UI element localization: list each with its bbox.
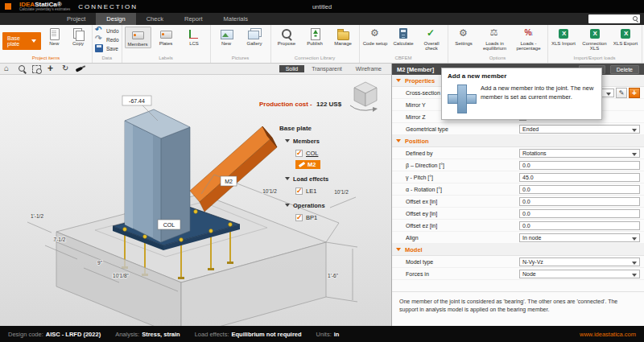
- beta-direction-input[interactable]: 0.0: [519, 161, 640, 170]
- edit-cross-section-button[interactable]: [616, 88, 627, 98]
- collapse-icon: [396, 79, 401, 82]
- save-button[interactable]: Save: [95, 44, 118, 53]
- propose-button[interactable]: Propose: [274, 27, 300, 47]
- manage-folder-icon: [336, 27, 349, 40]
- gamma-pitch-input[interactable]: 45.0: [519, 173, 640, 182]
- orbit-rotate-icon[interactable]: [61, 64, 71, 74]
- button-label: Redo: [106, 37, 119, 43]
- logo-tagline: Calculate yesterday's estimates: [19, 8, 70, 12]
- view-mode-transparent[interactable]: Transparent: [305, 65, 348, 72]
- xls-export-icon: [619, 27, 632, 40]
- gallery-icon: [248, 27, 261, 40]
- xls-import-button[interactable]: XLS Import: [551, 27, 577, 47]
- tab-project[interactable]: Project: [56, 13, 96, 25]
- manage-button[interactable]: Manage: [330, 27, 357, 47]
- forces-in-dropdown[interactable]: Node: [519, 270, 640, 278]
- col-checkbox[interactable]: [295, 150, 303, 157]
- view-mode-wireframe[interactable]: Wireframe: [349, 65, 388, 72]
- tree-root-base-plate[interactable]: Base plate: [279, 125, 389, 132]
- button-label: Connection XLS: [579, 41, 611, 52]
- redo-icon: [95, 35, 104, 44]
- row-offset-ez: Offset ez [in] 0.0: [392, 220, 644, 232]
- overall-check-button[interactable]: Overall check: [419, 27, 445, 52]
- dropdown-value: Rotations: [522, 150, 547, 156]
- group-label-options: Options: [451, 55, 545, 62]
- delete-member-button[interactable]: Delete: [610, 65, 639, 74]
- calculate-button[interactable]: Calculate: [390, 27, 417, 47]
- production-cost-label: Production cost -: [259, 101, 312, 108]
- dim-label-top: -67.44: [129, 98, 145, 104]
- app-window: IDEAStatiCa® Calculate yesterday's estim…: [0, 0, 644, 342]
- member-m2[interactable]: [190, 126, 277, 212]
- status-load-effects[interactable]: Load effects:Equilibrium not required: [195, 331, 302, 338]
- paintbrush-icon[interactable]: [76, 64, 85, 74]
- column-label: COL: [163, 222, 175, 228]
- copy-project-item-button[interactable]: Copy: [67, 27, 89, 47]
- tree-section-members[interactable]: Members: [279, 136, 389, 146]
- offset-ez-input[interactable]: 0.0: [519, 221, 640, 230]
- tree-item-m2-selected[interactable]: M2: [279, 159, 389, 170]
- status-design-code[interactable]: Design code:AISC - LRFD (2022): [8, 331, 101, 338]
- search-input[interactable]: [588, 14, 640, 23]
- add-cross-section-button[interactable]: [629, 88, 640, 98]
- tree-section-operations[interactable]: Operations: [279, 200, 389, 210]
- geometrical-type-dropdown[interactable]: Ended: [519, 125, 640, 134]
- dim-label: 10'1/8": [113, 273, 130, 278]
- tab-check[interactable]: Check: [136, 13, 174, 25]
- tree-item-col[interactable]: COL: [279, 147, 389, 159]
- group-label-import-export: Import/Export loads: [551, 55, 639, 62]
- status-analysis[interactable]: Analysis:Stress, strain: [115, 331, 180, 338]
- member-beam-icon: [299, 161, 305, 167]
- new-project-item-button[interactable]: New: [43, 27, 65, 47]
- group-label-cbfem: CBFEM: [362, 55, 445, 62]
- home-view-icon[interactable]: [3, 64, 13, 74]
- production-cost-value: 122 US$: [316, 101, 341, 108]
- tree-item-le1[interactable]: LE1: [279, 185, 389, 196]
- publish-button[interactable]: Publish: [302, 27, 328, 47]
- labels-members-toggle[interactable]: Members: [125, 27, 151, 48]
- connection-xls-button[interactable]: Connection XLS: [579, 27, 611, 52]
- offset-ey-input[interactable]: 0.0: [519, 209, 640, 218]
- le1-checkbox[interactable]: [295, 187, 303, 195]
- code-setup-button[interactable]: Code setup: [362, 27, 389, 47]
- tree-section-load-effects[interactable]: Load effects: [279, 174, 389, 183]
- gear-icon: [369, 27, 382, 40]
- status-units[interactable]: Units:in: [316, 331, 340, 338]
- gallery-button[interactable]: Gallery: [242, 27, 268, 47]
- zoom-extents-icon[interactable]: [18, 64, 27, 74]
- bp1-checkbox[interactable]: [295, 214, 303, 221]
- view-mode-solid[interactable]: Solid: [279, 65, 305, 72]
- base-plate-dropdown[interactable]: Base plate: [2, 32, 41, 50]
- ribbon-group-pictures: New Gallery Pictures: [211, 25, 271, 63]
- redo-button[interactable]: Redo: [95, 35, 119, 44]
- pan-icon[interactable]: [47, 64, 56, 74]
- alpha-rotation-input[interactable]: 0.0: [519, 185, 640, 194]
- website-link[interactable]: www.ideastatica.com: [580, 331, 636, 338]
- tree-item-bp1[interactable]: BP1: [279, 212, 389, 223]
- button-label: Plates: [159, 41, 173, 46]
- add-member-tooltip: Add a new member Add a new member into t…: [441, 68, 602, 120]
- zoom-window-icon[interactable]: [32, 64, 42, 74]
- tab-design[interactable]: Design: [96, 13, 135, 25]
- labels-plates-toggle[interactable]: Plates: [153, 27, 180, 47]
- ribbon-group-connection-library: Propose Publish Manage Connection Librar…: [271, 25, 360, 63]
- section-model[interactable]: Model: [392, 244, 644, 256]
- orientation-cube[interactable]: [346, 78, 385, 115]
- loads-percentage-toggle[interactable]: Loads - percentage: [513, 27, 545, 52]
- labels-lcs-toggle[interactable]: LCS: [181, 27, 208, 47]
- settings-button[interactable]: Settings: [451, 27, 477, 47]
- section-position[interactable]: Position: [392, 135, 644, 147]
- tab-materials[interactable]: Materials: [213, 13, 258, 25]
- button-label: Settings: [455, 41, 473, 46]
- status-value: in: [334, 331, 340, 338]
- tree-item-label: M2: [308, 161, 316, 168]
- model-type-dropdown[interactable]: N-Vy-Vz: [519, 258, 640, 266]
- defined-by-dropdown[interactable]: Rotations: [519, 149, 640, 158]
- tab-report[interactable]: Report: [174, 13, 213, 25]
- offset-ex-input[interactable]: 0.0: [519, 197, 640, 206]
- xls-export-button[interactable]: XLS Export: [613, 27, 639, 47]
- chevron-down-icon: [285, 204, 290, 207]
- loads-in-equilibrium-toggle[interactable]: Loads in equilibrium: [479, 27, 511, 52]
- align-dropdown[interactable]: In node: [519, 233, 640, 242]
- new-picture-button[interactable]: New: [213, 27, 240, 47]
